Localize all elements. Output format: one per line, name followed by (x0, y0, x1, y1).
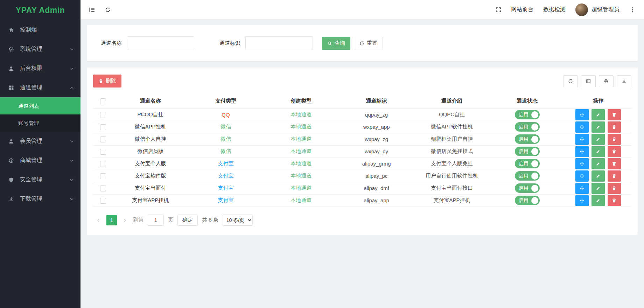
sidebar-item-system-mgmt[interactable]: 系统管理 (0, 40, 80, 59)
channel-id-cell: alipay_dmf (339, 182, 414, 194)
move-button[interactable] (575, 183, 589, 194)
user-menu[interactable]: 超级管理员 (575, 4, 620, 16)
row-delete-button[interactable] (608, 170, 621, 182)
edit-button[interactable] (592, 109, 605, 120)
fullscreen-icon[interactable] (496, 7, 501, 13)
channel-name-input[interactable] (127, 36, 194, 50)
sidebar-item-channel-mgmt[interactable]: 通道管理 (0, 78, 80, 97)
frontend-link[interactable]: 网站前台 (511, 6, 533, 13)
row-delete-button[interactable] (608, 121, 621, 133)
row-delete-button[interactable] (608, 109, 621, 120)
trash-icon (612, 198, 617, 203)
edit-icon (596, 137, 601, 142)
sidebar-item-admin-permissions[interactable]: 后台权限 (0, 59, 80, 78)
sidebar-item-mall-mgmt[interactable]: 商城管理 (0, 151, 80, 170)
row-checkbox[interactable] (100, 124, 106, 130)
page-number[interactable]: 1 (106, 215, 117, 225)
row-checkbox[interactable] (100, 149, 106, 155)
app-logo: YPAY Admin (0, 0, 80, 20)
sidebar: YPAY Admin 控制端 系统管理 后台权限 通道管理 (0, 0, 80, 308)
table-row: 微信APP挂机 微信 本地通道 wxpay_app 微信APP软件挂机 启用 (93, 121, 631, 133)
status-toggle[interactable]: 启用 (515, 110, 540, 119)
sidebar-toggle-icon[interactable] (89, 7, 95, 13)
move-button[interactable] (575, 134, 589, 145)
columns-filter-button[interactable] (581, 75, 596, 87)
status-toggle[interactable]: 启用 (515, 147, 540, 156)
sidebar-item-download-mgmt[interactable]: 下载管理 (0, 189, 80, 209)
move-icon (580, 125, 584, 130)
confirm-jump-button[interactable]: 确定 (177, 215, 198, 226)
chevron-up-icon (69, 85, 74, 90)
create-type-cell: 本地通道 (264, 182, 339, 194)
table-row: PCQQ自挂 QQ 本地通道 qqpay_zg QQPC自挂 启用 (93, 108, 631, 121)
edit-button[interactable] (592, 158, 605, 169)
status-toggle-label: 启用 (519, 161, 528, 167)
row-delete-button[interactable] (608, 146, 621, 157)
row-delete-button[interactable] (608, 158, 621, 169)
move-button[interactable] (575, 109, 589, 120)
search-icon (327, 41, 332, 46)
status-toggle[interactable]: 启用 (515, 134, 540, 144)
edit-icon (596, 149, 601, 154)
move-button[interactable] (575, 121, 589, 133)
channel-id-input[interactable] (245, 36, 313, 50)
status-toggle[interactable]: 启用 (515, 196, 540, 205)
sidebar-item-channel-list[interactable]: 通道列表 (0, 97, 80, 114)
sidebar-item-label: 商城管理 (20, 157, 69, 164)
sidebar-item-control-panel[interactable]: 控制端 (0, 20, 80, 40)
edit-button[interactable] (592, 146, 605, 157)
edit-button[interactable] (592, 134, 605, 145)
row-checkbox[interactable] (100, 186, 106, 191)
more-menu-icon[interactable] (629, 7, 636, 13)
edit-button[interactable] (592, 183, 605, 194)
row-delete-button[interactable] (608, 183, 621, 194)
row-delete-button[interactable] (608, 195, 621, 206)
delete-button[interactable]: 删除 (93, 75, 121, 88)
row-checkbox[interactable] (100, 173, 106, 179)
prev-page-icon[interactable]: ‹ (94, 216, 102, 224)
status-toggle[interactable]: 启用 (515, 159, 540, 168)
username: 超级管理员 (592, 6, 620, 13)
edit-button[interactable] (592, 121, 605, 133)
sidebar-item-account-mgmt[interactable]: 账号管理 (0, 114, 80, 132)
select-all-checkbox[interactable] (100, 98, 106, 104)
jump-suffix-label: 页 (168, 217, 173, 223)
export-button[interactable] (617, 75, 631, 87)
reset-button[interactable]: 重置 (354, 37, 383, 50)
page-size-select[interactable]: 10 条/页 (223, 215, 253, 226)
status-toggle-label: 启用 (519, 185, 528, 191)
data-check-link[interactable]: 数据检测 (543, 6, 566, 13)
move-button[interactable] (575, 170, 589, 182)
total-count-label: 共 8 条 (202, 217, 218, 223)
row-checkbox[interactable] (100, 136, 106, 142)
move-button[interactable] (575, 195, 589, 206)
jump-page-input[interactable] (148, 215, 164, 226)
sidebar-item-security-mgmt[interactable]: 安全管理 (0, 170, 80, 189)
row-checkbox[interactable] (100, 198, 106, 204)
channel-name-cell: 微信个人自挂 (113, 133, 188, 145)
avatar[interactable] (575, 4, 588, 16)
channel-id-cell: wxpay_app (339, 121, 414, 133)
edit-button[interactable] (592, 170, 605, 182)
pay-type-cell: 支付宝 (188, 194, 263, 206)
status-toggle-label: 启用 (519, 124, 528, 130)
next-page-icon[interactable]: › (121, 216, 129, 224)
row-delete-button[interactable] (608, 134, 621, 145)
query-button[interactable]: 查询 (322, 37, 350, 50)
channel-intro-cell: 鲲鹏框架用户自挂 (414, 133, 489, 145)
print-button[interactable] (599, 75, 614, 87)
status-toggle[interactable]: 启用 (515, 171, 540, 181)
move-icon (580, 112, 584, 117)
move-button[interactable] (575, 146, 589, 157)
status-toggle[interactable]: 启用 (515, 122, 540, 132)
edit-button[interactable] (592, 195, 605, 206)
edit-icon (596, 125, 601, 130)
status-toggle[interactable]: 启用 (515, 183, 540, 193)
row-checkbox[interactable] (100, 161, 106, 167)
move-button[interactable] (575, 158, 589, 169)
refresh-table-button[interactable] (563, 75, 578, 87)
row-checkbox[interactable] (100, 112, 106, 118)
refresh-icon[interactable] (105, 7, 111, 13)
sidebar-item-member-mgmt[interactable]: 会员管理 (0, 132, 80, 151)
chevron-down-icon (69, 158, 74, 163)
